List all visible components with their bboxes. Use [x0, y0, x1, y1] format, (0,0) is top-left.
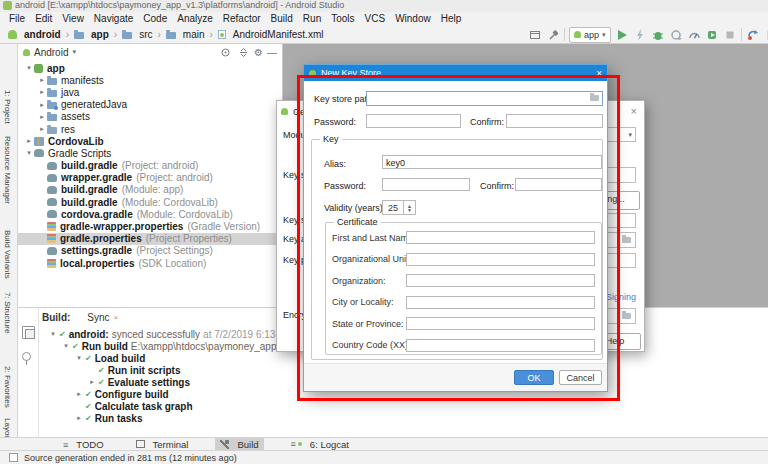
menu-item[interactable]: Run: [298, 13, 326, 24]
tool-window-button[interactable]: Terminal: [131, 438, 194, 450]
project-tree-item[interactable]: ▸ manifests: [18, 74, 282, 86]
project-tree-item[interactable]: ▸ java: [18, 86, 282, 98]
menu-item[interactable]: View: [57, 13, 89, 24]
menu-item[interactable]: Help: [436, 13, 467, 24]
collapse-all-icon[interactable]: [236, 45, 250, 59]
text-input[interactable]: [406, 296, 595, 309]
menu-item[interactable]: Edit: [30, 13, 57, 24]
run-icon[interactable]: [615, 28, 629, 42]
menu-item[interactable]: Refactor: [218, 13, 266, 24]
project-tree-item[interactable]: ▾ app: [18, 62, 282, 74]
confirm-input[interactable]: [506, 114, 603, 128]
menu-item[interactable]: Build: [266, 13, 298, 24]
text-input[interactable]: [406, 274, 595, 287]
expand-arrow-icon[interactable]: ▸: [37, 76, 47, 84]
expand-arrow-icon[interactable]: ▾: [24, 149, 34, 157]
tab-sync[interactable]: Sync ×: [82, 311, 123, 324]
expand-arrow-icon[interactable]: ▾: [61, 342, 71, 350]
project-tree-item[interactable]: ▾ Gradle Scripts: [18, 147, 282, 159]
menu-item[interactable]: Window: [390, 13, 436, 24]
expand-arrow-icon[interactable]: ▸: [87, 378, 97, 386]
alias-input[interactable]: [382, 155, 602, 169]
hide-panel-icon[interactable]: —: [267, 47, 277, 58]
sidebar-item-resource-manager[interactable]: Resource Manager: [3, 136, 12, 204]
project-tree-item[interactable]: gradle.properties (Project Properties): [18, 233, 282, 245]
tool-window-button[interactable]: 6: Logcat: [286, 438, 354, 450]
apply-changes-icon[interactable]: [633, 28, 647, 42]
sync-gradle-icon[interactable]: [746, 28, 760, 42]
expand-arrow-icon[interactable]: ▾: [74, 354, 84, 362]
expand-arrow-icon[interactable]: ▾: [48, 330, 58, 338]
profiler-icon[interactable]: [687, 28, 701, 42]
sidebar-item-favorites[interactable]: 2: Favorites: [3, 366, 12, 408]
locate-file-icon[interactable]: [218, 45, 232, 59]
project-tree-item[interactable]: wrapper.gradle (Project: android): [18, 172, 282, 184]
validity-stepper[interactable]: 25 ▲▼: [382, 200, 416, 215]
key-store-path-input[interactable]: [366, 91, 603, 106]
project-tree-item[interactable]: local.properties (SDK Location): [18, 257, 282, 269]
breadcrumb-item[interactable]: AndroidManifest.xml: [218, 29, 324, 40]
text-input[interactable]: [406, 231, 595, 244]
run-configuration-select[interactable]: app ▾: [569, 27, 611, 43]
breadcrumb-item[interactable]: android: [8, 29, 74, 40]
expand-arrow-icon[interactable]: ▸: [24, 137, 34, 145]
expand-arrow-icon[interactable]: ▾: [24, 64, 34, 72]
cancel-button[interactable]: Cancel: [559, 370, 602, 385]
folder-icon[interactable]: [622, 313, 631, 319]
window-icon[interactable]: [528, 28, 542, 42]
menu-item[interactable]: Analyze: [172, 13, 218, 24]
menu-item[interactable]: File: [4, 13, 30, 24]
text-input[interactable]: [406, 339, 595, 352]
text-input[interactable]: [406, 317, 595, 330]
project-tree-item[interactable]: ▸ generatedJava: [18, 99, 282, 111]
stop-icon[interactable]: [723, 28, 737, 42]
project-tree-item[interactable]: gradle-wrapper.properties (Gradle Versio…: [18, 220, 282, 232]
tool-window-button[interactable]: Build: [215, 438, 263, 450]
project-tree-item[interactable]: build.gradle (Project: android): [18, 160, 282, 172]
breadcrumb-item[interactable]: main: [166, 29, 218, 40]
expand-arrow-icon[interactable]: ▸: [74, 414, 84, 422]
attach-debugger-icon[interactable]: [669, 28, 683, 42]
project-tree-item[interactable]: cordova.gradle (Module: CordovaLib): [18, 208, 282, 220]
gear-icon[interactable]: ⚙: [254, 47, 263, 58]
sidebar-item-project[interactable]: 1: Project: [3, 90, 12, 124]
pin-icon[interactable]: [22, 352, 31, 361]
expand-arrow-icon[interactable]: ▸: [37, 113, 47, 121]
export-build-output-icon[interactable]: [22, 326, 35, 339]
project-tree-item[interactable]: settings.gradle (Project Settings): [18, 245, 282, 257]
project-tree-item[interactable]: build.gradle (Module: app): [18, 184, 282, 196]
profile-app-icon[interactable]: [705, 28, 719, 42]
build-tree-item[interactable]: ✔ Calculate task graph: [42, 400, 764, 412]
folder-icon[interactable]: [622, 237, 631, 243]
menu-item[interactable]: Tools: [326, 13, 359, 24]
project-tree-item[interactable]: ▸ assets: [18, 111, 282, 123]
project-tree-item[interactable]: ▸ res: [18, 123, 282, 135]
project-view-selector[interactable]: Android: [34, 47, 68, 58]
device-manager-icon[interactable]: [764, 28, 768, 42]
sidebar-item-structure[interactable]: 7: Structure: [3, 292, 12, 333]
text-input[interactable]: [406, 253, 595, 266]
key-confirm-input[interactable]: [515, 178, 602, 191]
menu-item[interactable]: Code: [138, 13, 172, 24]
close-icon[interactable]: ×: [631, 105, 637, 117]
debug-icon[interactable]: [651, 28, 665, 42]
expand-arrow-icon[interactable]: ▸: [37, 125, 47, 133]
build-hammer-icon[interactable]: [546, 28, 560, 42]
expand-arrow-icon[interactable]: ▸: [37, 88, 47, 96]
sidebar-item-build-variants[interactable]: Build Variants: [3, 230, 12, 279]
menu-item[interactable]: Navigate: [89, 13, 138, 24]
build-tree-item[interactable]: ▸ ✔ Run tasks: [42, 412, 764, 424]
ok-button[interactable]: OK: [514, 370, 554, 385]
folder-icon[interactable]: [590, 95, 599, 101]
password-input[interactable]: [366, 114, 461, 128]
stepper-arrows-icon[interactable]: ▲▼: [403, 201, 415, 214]
tool-window-button[interactable]: TODO: [58, 438, 109, 450]
close-icon[interactable]: ×: [114, 313, 119, 322]
expand-arrow-icon[interactable]: ▸: [74, 390, 84, 398]
breadcrumb-item[interactable]: app: [74, 29, 122, 40]
breadcrumb-item[interactable]: src: [122, 29, 166, 40]
expand-arrow-icon[interactable]: ▸: [37, 101, 47, 109]
project-tree-item[interactable]: ▸ CordovaLib: [18, 135, 282, 147]
key-password-input[interactable]: [382, 178, 470, 191]
close-icon[interactable]: ×: [596, 68, 602, 79]
